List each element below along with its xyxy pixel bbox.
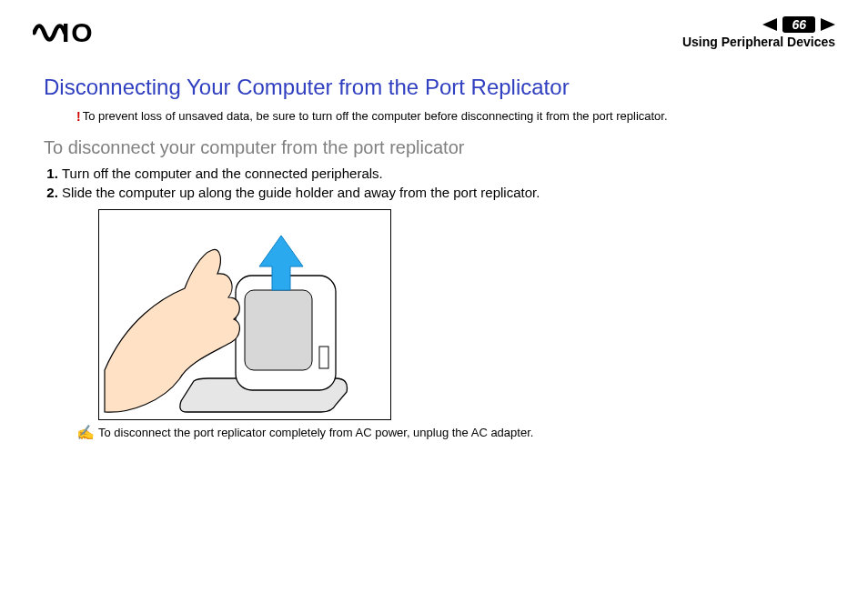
brand-logo: IO (33, 17, 95, 48)
svg-marker-1 (821, 18, 835, 31)
svg-marker-0 (762, 18, 777, 31)
step-list: Turn off the computer and the connected … (62, 166, 835, 200)
section-name: Using Peripheral Devices (682, 35, 835, 49)
note-text: To disconnect the port replicator comple… (98, 426, 533, 439)
note-callout: ✍ To disconnect the port replicator comp… (76, 426, 835, 440)
page-content: Disconnecting Your Computer from the Por… (44, 75, 835, 440)
page-number: 66 (782, 16, 815, 33)
prev-page-arrow-icon[interactable] (762, 18, 777, 31)
page-header: IO 66 Using Peripheral Devices (33, 18, 835, 47)
instruction-figure (98, 209, 391, 420)
warning-callout: ! To prevent loss of unsaved data, be su… (76, 109, 835, 125)
page-title: Disconnecting Your Computer from the Por… (44, 75, 835, 100)
svg-rect-4 (319, 347, 328, 368)
list-item: Turn off the computer and the connected … (62, 166, 835, 181)
svg-rect-3 (245, 290, 312, 370)
subsection-title: To disconnect your computer from the por… (44, 137, 835, 158)
warning-icon: ! (76, 109, 81, 124)
vaio-wave-icon (33, 19, 58, 46)
page-nav: 66 (762, 16, 835, 33)
next-page-arrow-icon[interactable] (821, 18, 835, 31)
brand-text: IO (62, 17, 95, 48)
list-item: Slide the computer up along the guide ho… (62, 185, 835, 200)
warning-text: To prevent loss of unsaved data, be sure… (83, 109, 668, 125)
note-icon: ✍ (76, 426, 95, 440)
